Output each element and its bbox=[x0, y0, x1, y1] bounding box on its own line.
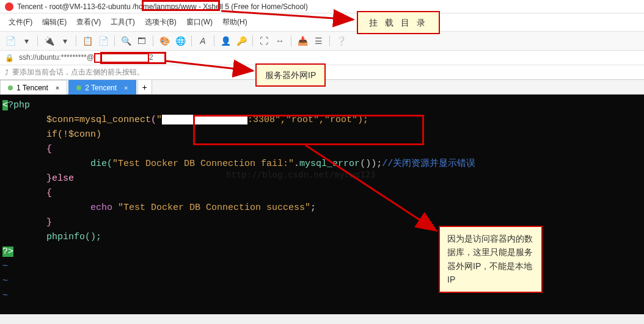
menu-bar: 文件(F) 编辑(E) 查看(V) 工具(T) 选项卡(B) 窗口(W) 帮助(… bbox=[0, 13, 644, 32]
code-l4-mid: . bbox=[294, 159, 299, 169]
code-tilde2: ~ bbox=[2, 276, 8, 286]
status-dot-icon bbox=[8, 85, 13, 90]
code-l11: ?> bbox=[2, 247, 13, 257]
title-suffix: - Xshell 5 (Free for Home/School) bbox=[199, 2, 308, 11]
separator bbox=[329, 35, 330, 46]
status-dot-icon bbox=[76, 85, 81, 90]
code-l4-comment: //关闭资源并显示错误 bbox=[382, 159, 475, 169]
separator bbox=[37, 35, 38, 46]
copy-icon[interactable]: 📋 bbox=[81, 34, 94, 48]
separator bbox=[214, 35, 214, 46]
tab-2[interactable]: 2 Tencent × bbox=[68, 80, 136, 95]
separator bbox=[252, 35, 253, 46]
code-l8: } bbox=[2, 217, 52, 228]
tab-2-label: 2 Tencent bbox=[85, 84, 117, 92]
hint-text: 要添加当前会话，点击左侧的箭头按钮。 bbox=[12, 67, 144, 77]
app-logo-icon bbox=[5, 2, 13, 11]
php-open: < bbox=[2, 100, 8, 110]
expand-icon[interactable]: ↔ bbox=[273, 34, 287, 48]
menu-tools[interactable]: 工具(T) bbox=[107, 16, 138, 29]
code-l7-str: "Test Docker DB Connection success" bbox=[118, 203, 310, 213]
ssh-suffix: 2 bbox=[149, 53, 153, 62]
tab-add-button[interactable]: + bbox=[137, 79, 152, 94]
ip-redacted bbox=[94, 53, 149, 63]
code-l4-pre: die( bbox=[2, 159, 112, 169]
menu-file[interactable]: 文件(F) bbox=[5, 16, 36, 29]
code-tilde3: ~ bbox=[2, 290, 8, 301]
code-l4-func: mysql_error bbox=[299, 159, 360, 169]
ip-redacted-code bbox=[162, 115, 247, 124]
ssh-url[interactable]: ssh://ubuntu:*********@2 bbox=[19, 53, 153, 63]
code-l4-str: "Test Docker DB Connection fail:" bbox=[112, 159, 294, 169]
paste-icon[interactable]: 📄 bbox=[97, 34, 110, 48]
fullscreen-icon[interactable]: ⛶ bbox=[257, 34, 271, 48]
close-icon[interactable]: × bbox=[124, 84, 128, 92]
search-icon[interactable]: 🔍 bbox=[119, 34, 133, 48]
props-icon[interactable]: 🗔 bbox=[135, 34, 148, 48]
close-icon[interactable]: × bbox=[56, 84, 59, 92]
tab-1[interactable]: 1 Tencent × bbox=[0, 80, 67, 95]
new-icon[interactable]: 📄 bbox=[4, 34, 17, 48]
color-icon[interactable]: 🎨 bbox=[158, 34, 171, 48]
user-icon[interactable]: 👤 bbox=[219, 34, 232, 48]
separator bbox=[153, 35, 153, 46]
terminal-editor[interactable]: <?php $conn=mysql_connect(":3308","root"… bbox=[0, 95, 644, 314]
reconnect-icon[interactable]: 🔌 bbox=[42, 34, 56, 48]
menu-edit[interactable]: 编辑(E) bbox=[38, 16, 70, 29]
menu-help[interactable]: 帮助(H) bbox=[219, 16, 251, 29]
dropdown-icon[interactable]: ▾ bbox=[58, 34, 71, 48]
lock-icon: 🔒 bbox=[5, 54, 14, 62]
menu-view[interactable]: 查看(V) bbox=[73, 16, 104, 29]
callout-ip-note: 因为是访问容器内的数据库，这里只能是服务器外网IP，不能是本地IP bbox=[439, 226, 543, 293]
code-l4-end: ()); bbox=[360, 159, 382, 169]
transfer-icon[interactable]: 📥 bbox=[296, 34, 309, 48]
hint-arrow-icon[interactable]: ⤴ bbox=[5, 68, 9, 77]
menu-window[interactable]: 窗口(W) bbox=[183, 16, 216, 29]
code-l1-q1: " bbox=[156, 115, 162, 125]
key-icon[interactable]: 🔑 bbox=[235, 34, 248, 48]
code-l7-pre: echo bbox=[2, 203, 118, 213]
code-l1-port: :3308" bbox=[247, 115, 280, 125]
tab-1-label: 1 Tencent bbox=[16, 84, 48, 92]
title-prefix: Tencent - root@VM-113-62-ubuntu bbox=[17, 2, 131, 11]
globe-icon[interactable]: 🌐 bbox=[174, 34, 187, 48]
toolbar: 📄 ▾ 🔌 ▾ 📋 📄 🔍 🗔 🎨 🌐 A 👤 🔑 ⛶ ↔ 📥 ☰ ❔ bbox=[0, 32, 644, 51]
title-bar: Tencent - root@VM-113-62-ubuntu /home/la… bbox=[0, 0, 644, 13]
code-l1-pre: $conn=mysql_connect bbox=[2, 115, 151, 125]
code-l7-end: ; bbox=[310, 203, 316, 213]
separator bbox=[76, 35, 76, 46]
separator bbox=[291, 35, 291, 46]
title-text: Tencent - root@VM-113-62-ubuntu /home/la… bbox=[17, 2, 308, 11]
separator bbox=[191, 35, 192, 46]
menu-tab[interactable]: 选项卡(B) bbox=[141, 16, 180, 29]
callout-server-ip: 服务器外网IP bbox=[255, 63, 326, 87]
code-l3: { bbox=[2, 144, 52, 154]
code-l0: ?php bbox=[8, 100, 30, 110]
code-l1-rest: ,"root","root"); bbox=[280, 115, 368, 125]
separator bbox=[114, 35, 115, 46]
font-icon[interactable]: A bbox=[196, 34, 210, 48]
help-icon[interactable]: ❔ bbox=[334, 34, 348, 48]
callout-mount-dir: 挂 载 目 录 bbox=[357, 11, 440, 34]
code-l5: }else bbox=[2, 173, 74, 184]
code-l2: if(!$conn) bbox=[2, 129, 101, 140]
list-icon[interactable]: ☰ bbox=[312, 34, 325, 48]
save-icon[interactable]: ▾ bbox=[20, 34, 33, 48]
code-l10: phpinfo(); bbox=[2, 232, 101, 242]
code-tilde1: ~ bbox=[2, 261, 8, 272]
ssh-prefix: ssh://ubuntu:*********@ bbox=[19, 53, 94, 62]
title-path: /home/lanmps/www bbox=[133, 2, 197, 11]
code-l6: { bbox=[2, 188, 52, 198]
